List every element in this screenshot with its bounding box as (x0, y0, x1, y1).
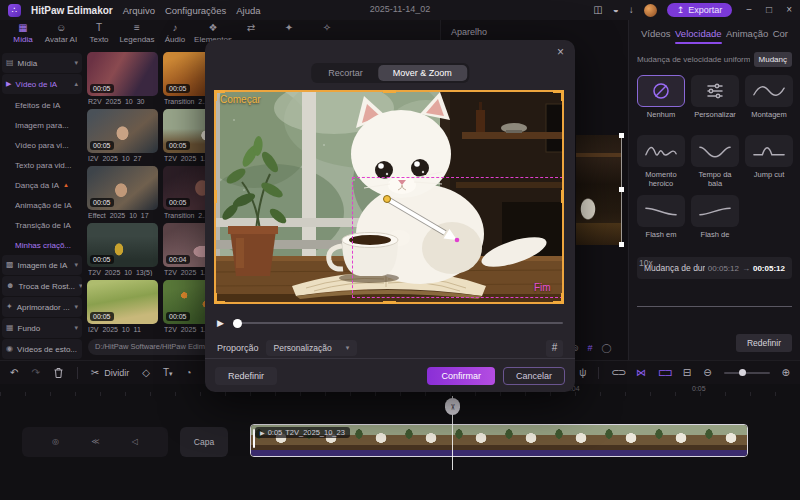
cover-button[interactable]: Capa (180, 427, 228, 457)
media-thumbnail[interactable]: 00:05 (87, 52, 158, 96)
preset-nenhum[interactable] (637, 75, 685, 107)
close-dialog-icon[interactable] (557, 46, 564, 58)
tab-recortar[interactable]: Recortar (313, 65, 378, 81)
slider-knob[interactable] (739, 369, 746, 376)
track-mute-icon[interactable] (52, 438, 59, 446)
grid-icon[interactable] (588, 344, 593, 353)
export-button[interactable]: Exportar (667, 3, 733, 17)
link-icon[interactable] (611, 368, 624, 378)
undo-icon[interactable] (10, 368, 18, 378)
minimize-button[interactable] (746, 5, 752, 15)
crop-handle[interactable] (553, 293, 564, 304)
progress-knob[interactable] (233, 319, 242, 328)
crop-handle[interactable] (553, 90, 564, 101)
sidebar-item-midia[interactable]: Mídia▾ (2, 53, 82, 73)
redo-icon[interactable] (31, 368, 39, 378)
user-avatar[interactable] (644, 4, 657, 17)
media-thumbnail[interactable]: 00:05 (87, 223, 158, 267)
sidebar-item-efeitos-de-ia[interactable]: Efeitos de IA (0, 95, 84, 115)
preset-personalizar[interactable] (691, 75, 739, 107)
tab-velocidade[interactable]: Velocidade (675, 28, 721, 39)
video-clip[interactable]: 0:05T2V_2025_10_23 (250, 424, 748, 457)
tab-animacao[interactable]: Animação (726, 28, 768, 39)
loop-icon[interactable] (602, 344, 612, 353)
confirm-button[interactable]: Confirmar (427, 367, 495, 385)
crop-preview[interactable]: Começar Fim (214, 90, 564, 304)
curve-speed-option[interactable]: Mudanç (754, 52, 792, 67)
speed-slider[interactable] (637, 306, 792, 307)
media-thumbnail[interactable]: 00:05 (87, 280, 158, 324)
download-icon[interactable] (629, 5, 634, 15)
sidebar-item-troca-de-rosto[interactable]: Troca de Rost...▾ (2, 276, 82, 296)
sidebar-item-imagem-para[interactable]: Imagem para... (0, 115, 84, 135)
trash-icon[interactable] (53, 367, 64, 379)
sidebar-item-animacao-de-ia[interactable]: Animação de IA (0, 195, 84, 215)
crop-handle[interactable] (214, 190, 217, 203)
duration-change-bar[interactable]: Mudança de duração 00:05:12 → 00:05:12 (637, 257, 792, 279)
tab-midia[interactable]: Mídia (4, 23, 42, 50)
timeline-zoom-slider[interactable] (724, 372, 770, 374)
split-icon[interactable] (91, 368, 99, 378)
sidebar-item-minhas-criacoes[interactable]: Minhas criaçõ... (0, 235, 84, 255)
preview-progress-slider[interactable] (233, 322, 563, 324)
preset-montagem[interactable] (745, 75, 793, 107)
media-thumbnail[interactable]: 00:05 (87, 166, 158, 210)
aspect-ratio-select[interactable]: Personalização▾ (266, 340, 358, 356)
cancel-button[interactable]: Cancelar (503, 367, 565, 385)
zoom-out-icon[interactable] (703, 368, 711, 378)
track-solo-icon[interactable] (91, 438, 99, 446)
tab-videos[interactable]: Vídeos (641, 28, 671, 39)
sidebar-item-video-para[interactable]: Vídeo para vi... (0, 135, 84, 155)
zoom-in-icon[interactable] (782, 368, 790, 378)
sidebar-item-aprimorador[interactable]: Aprimorador ...▾ (2, 297, 82, 317)
crop-handle[interactable] (383, 301, 396, 304)
preset-jump-cut[interactable] (745, 135, 793, 167)
tab-legendas[interactable]: Legendas (118, 23, 156, 50)
track-volume-icon[interactable] (132, 438, 138, 446)
playhead-knob[interactable] (445, 398, 460, 415)
fit-timeline-icon[interactable] (683, 368, 691, 378)
feedback-icon[interactable] (613, 5, 619, 15)
preset-momento-heroico[interactable] (637, 135, 685, 167)
sidebar-item-video-de-ia[interactable]: Vídeo de IA▴ (2, 74, 82, 94)
crop-handle[interactable] (214, 293, 225, 304)
text-tool[interactable] (163, 367, 173, 378)
sidebar-item-texto-para[interactable]: Texto para vid... (0, 155, 84, 175)
snap-icon[interactable] (658, 368, 671, 378)
menu-arquivo[interactable]: Arquivo (123, 5, 155, 16)
speed-reset-button[interactable]: Redefinir (736, 334, 792, 352)
menu-configuracoes[interactable]: Configurações (165, 5, 226, 16)
grid-overlay-button[interactable] (546, 340, 563, 357)
crop-handle[interactable] (383, 90, 396, 93)
split-label[interactable]: Dividir (104, 368, 129, 378)
tab-cor[interactable]: Cor (773, 28, 788, 39)
selection-handle[interactable] (619, 133, 624, 138)
selection-handle[interactable] (619, 242, 624, 247)
tab-mover-zoom[interactable]: Mover & Zoom (378, 65, 467, 81)
maximize-button[interactable] (766, 5, 772, 15)
media-thumbnail[interactable]: 00:05 (87, 109, 158, 153)
reset-button[interactable]: Redefinir (215, 367, 277, 385)
preview-play-button[interactable] (217, 319, 224, 328)
sidebar-item-danca-da-ia[interactable]: Dança da IA (0, 175, 84, 195)
clip-trim-handle[interactable] (253, 429, 255, 448)
uniform-speed-option[interactable]: Mudança de velocidade uniforme (637, 55, 750, 64)
preview-video-fragment[interactable] (576, 135, 622, 245)
sidebar-item-imagem-de-ia[interactable]: Imagem de IA▾ (2, 255, 82, 275)
close-window-button[interactable] (786, 5, 792, 15)
tab-audio[interactable]: Áudio (156, 23, 194, 50)
shield-icon[interactable] (142, 368, 150, 378)
crop-handle[interactable] (561, 190, 564, 203)
sidebar-item-transicao-de-ia[interactable]: Transição de IA (0, 215, 84, 235)
tab-texto[interactable]: Texto (80, 23, 118, 50)
layout-icon[interactable] (593, 5, 602, 15)
tab-avatar-ai[interactable]: Avatar AI (42, 23, 80, 50)
sidebar-item-videos-de-estoque[interactable]: Vídeos de esto... (2, 339, 82, 359)
selection-handle[interactable] (619, 187, 624, 192)
preset-flash-em[interactable] (637, 195, 685, 227)
preset-flash-de[interactable] (691, 195, 739, 227)
sidebar-item-fundo[interactable]: Fundo▾ (2, 318, 82, 338)
speed-dial-icon[interactable] (186, 368, 192, 378)
mic-icon[interactable] (579, 368, 586, 378)
ripple-edit-icon[interactable] (636, 368, 646, 378)
